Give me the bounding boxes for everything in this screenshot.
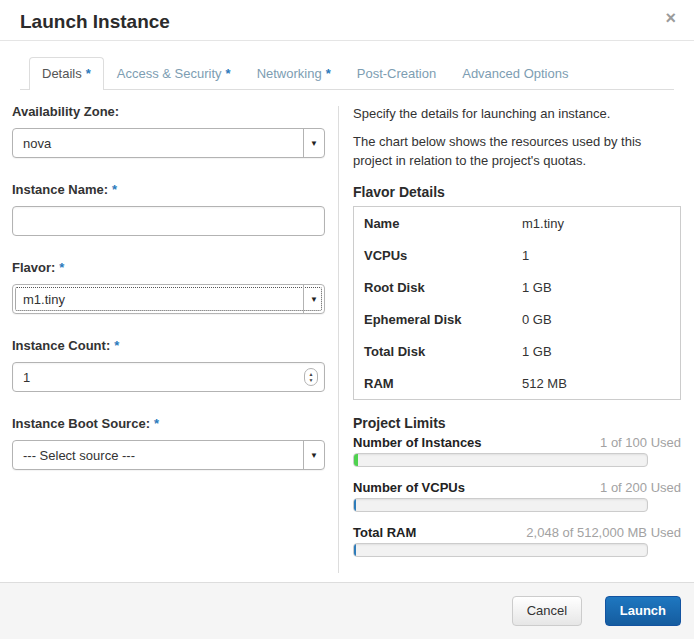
progress-bar-ram (353, 543, 648, 557)
modal-footer: Cancel Launch (0, 582, 694, 639)
table-row: Name m1.tiny (354, 207, 680, 239)
instance-name-label: Instance Name:* (12, 182, 325, 198)
required-marker: * (154, 416, 159, 431)
flavor-select[interactable]: m1.tiny ▼ (12, 284, 325, 314)
tab-post-creation[interactable]: Post-Creation (344, 57, 449, 90)
instance-count-input[interactable] (12, 362, 325, 392)
tab-label: Advanced Options (462, 66, 568, 81)
availability-zone-label: Availability Zone: (12, 104, 325, 120)
cancel-button[interactable]: Cancel (512, 596, 582, 626)
tab-label: Post-Creation (357, 66, 436, 81)
flavor-details-heading: Flavor Details (353, 184, 681, 200)
availability-zone-group: Availability Zone: nova ▼ (12, 104, 325, 158)
progress-bar-instances (353, 453, 648, 467)
tab-label: Access & Security (117, 66, 222, 81)
availability-zone-select[interactable]: nova ▼ (12, 128, 325, 158)
instance-name-input[interactable] (12, 206, 325, 236)
table-row: Total Disk 1 GB (354, 335, 680, 367)
flavor-group: Flavor:* m1.tiny ▼ (12, 260, 325, 314)
instance-count-label: Instance Count:* (12, 338, 325, 354)
tab-bar: Details* Access & Security* Networking* … (20, 57, 674, 90)
stepper-down-icon[interactable]: ▼ (309, 377, 314, 383)
project-limits-heading: Project Limits (353, 415, 681, 431)
required-marker: * (59, 260, 64, 275)
tab-label: Details (42, 66, 82, 81)
tab-advanced-options[interactable]: Advanced Options (449, 57, 581, 90)
selected-value: nova (23, 136, 51, 151)
quota-usage-text: 2,048 of 512,000 MB Used (526, 525, 681, 540)
launch-instance-modal: Launch Instance × Details* Access & Secu… (0, 0, 694, 639)
quota-ram: Total RAM 2,048 of 512,000 MB Used (353, 525, 681, 557)
quota-usage-text: 1 of 200 Used (600, 480, 681, 495)
progress-fill (354, 544, 356, 556)
modal-header: Launch Instance × (0, 0, 694, 41)
quota-vcpus: Number of VCPUs 1 of 200 Used (353, 480, 681, 512)
launch-button[interactable]: Launch (605, 596, 681, 626)
progress-fill (354, 454, 358, 466)
instance-name-group: Instance Name:* (12, 182, 325, 236)
progress-bar-vcpus (353, 498, 648, 512)
tab-networking[interactable]: Networking* (244, 57, 344, 90)
page-title: Launch Instance (20, 10, 674, 34)
modal-body: Availability Zone: nova ▼ Instance Name:… (0, 90, 694, 583)
boot-source-label: Instance Boot Source:* (12, 416, 325, 432)
tab-access-security[interactable]: Access & Security* (104, 57, 244, 90)
table-row: VCPUs 1 (354, 239, 680, 271)
quota-instances: Number of Instances 1 of 100 Used (353, 435, 681, 467)
info-column: Specify the details for launching an ins… (339, 104, 681, 583)
selected-value: m1.tiny (23, 292, 65, 307)
selected-value: --- Select source --- (23, 448, 135, 463)
tab-details[interactable]: Details* (29, 57, 104, 90)
table-row: Root Disk 1 GB (354, 271, 680, 303)
help-text-1: Specify the details for launching an ins… (353, 104, 681, 123)
flavor-details-table: Name m1.tiny VCPUs 1 Root Disk 1 GB Ephe… (353, 206, 681, 400)
required-marker: * (226, 66, 231, 81)
table-row: Ephemeral Disk 0 GB (354, 303, 680, 335)
flavor-label: Flavor:* (12, 260, 325, 276)
chevron-down-icon: ▼ (303, 285, 324, 313)
table-row: RAM 512 MB (354, 367, 680, 399)
tab-label: Networking (257, 66, 322, 81)
required-marker: * (86, 66, 91, 81)
form-column: Availability Zone: nova ▼ Instance Name:… (12, 104, 325, 583)
close-icon[interactable]: × (665, 9, 676, 27)
boot-source-group: Instance Boot Source:* --- Select source… (12, 416, 325, 470)
quota-usage-text: 1 of 100 Used (600, 435, 681, 450)
chevron-down-icon: ▼ (303, 441, 324, 469)
progress-fill (354, 499, 356, 511)
required-marker: * (114, 338, 119, 353)
chevron-down-icon: ▼ (303, 129, 324, 157)
boot-source-select[interactable]: --- Select source --- ▼ (12, 440, 325, 470)
number-stepper[interactable]: ▲ ▼ (304, 368, 318, 386)
required-marker: * (112, 182, 117, 197)
required-marker: * (326, 66, 331, 81)
instance-count-group: Instance Count:* ▲ ▼ (12, 338, 325, 392)
help-text-2: The chart below shows the resources used… (353, 132, 681, 170)
